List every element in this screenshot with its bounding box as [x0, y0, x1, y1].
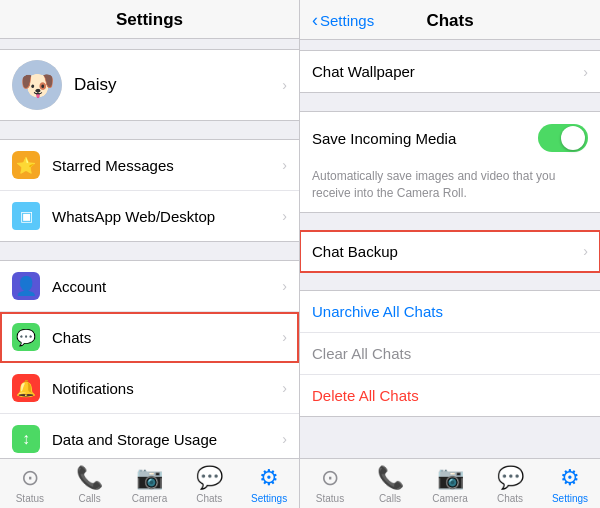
starred-label: Starred Messages [52, 157, 282, 174]
tab-calls-left[interactable]: 📞 Calls [70, 465, 110, 504]
wallpaper-row[interactable]: Chat Wallpaper › [300, 51, 600, 92]
save-media-toggle[interactable] [538, 124, 588, 152]
starred-chevron: › [282, 157, 287, 173]
notif-icon: 🔔 [12, 374, 40, 402]
profile-row[interactable]: 🐶 Daisy › [0, 49, 299, 121]
left-panel: Settings 🐶 Daisy › ⭐ Starred Messages › … [0, 0, 300, 508]
left-tab-bar: ⊙ Status 📞 Calls 📷 Camera 💬 Chats ⚙ Sett… [0, 458, 299, 508]
settings-list: 🐶 Daisy › ⭐ Starred Messages › ▣ WhatsAp… [0, 39, 299, 458]
right-panel: ‹ Settings Chats Chat Wallpaper › Save I… [300, 0, 600, 508]
unarchive-row[interactable]: Unarchive All Chats [300, 291, 600, 333]
status-tab-icon: ⊙ [21, 465, 39, 491]
avatar-image: 🐶 [12, 60, 62, 110]
sidebar-item-chats[interactable]: 💬 Chats › [0, 312, 299, 363]
unarchive-label: Unarchive All Chats [312, 303, 443, 320]
chats-tab-icon: 💬 [196, 465, 223, 491]
tab-camera-left[interactable]: 📷 Camera [129, 465, 169, 504]
data-icon: ↕ [12, 425, 40, 453]
right-list: Chat Wallpaper › Save Incoming Media Aut… [300, 40, 600, 458]
profile-name: Daisy [74, 75, 282, 95]
tab-status-right[interactable]: ⊙ Status [310, 465, 350, 504]
delete-label: Delete All Chats [312, 387, 419, 404]
toggle-knob [561, 126, 585, 150]
account-label: Account [52, 278, 282, 295]
wallpaper-section: Chat Wallpaper › [300, 50, 600, 93]
data-label: Data and Storage Usage [52, 431, 282, 448]
action-section: Unarchive All Chats Clear All Chats Dele… [300, 290, 600, 417]
camera-tab-label-right: Camera [432, 493, 468, 504]
chats-icon: 💬 [12, 323, 40, 351]
chats-label: Chats [52, 329, 282, 346]
notifications-chevron: › [282, 380, 287, 396]
delete-row[interactable]: Delete All Chats [300, 375, 600, 416]
backup-row[interactable]: Chat Backup › [300, 231, 600, 272]
sidebar-item-starred[interactable]: ⭐ Starred Messages › [0, 140, 299, 191]
settings-tab-label: Settings [251, 493, 287, 504]
whatsappweb-chevron: › [282, 208, 287, 224]
clear-row[interactable]: Clear All Chats [300, 333, 600, 375]
notifications-label: Notifications [52, 380, 282, 397]
left-title: Settings [0, 10, 299, 30]
wallpaper-label: Chat Wallpaper [312, 63, 583, 80]
section-group-2: 👤 Account › 💬 Chats › 🔔 Notifications › … [0, 260, 299, 458]
calls-tab-label: Calls [79, 493, 101, 504]
chats-tab-label-right: Chats [497, 493, 523, 504]
sidebar-item-account[interactable]: 👤 Account › [0, 261, 299, 312]
chats-tab-label: Chats [196, 493, 222, 504]
settings-tab-label-right: Settings [552, 493, 588, 504]
tab-status-left[interactable]: ⊙ Status [10, 465, 50, 504]
sidebar-item-notifications[interactable]: 🔔 Notifications › [0, 363, 299, 414]
tab-chats-right[interactable]: 💬 Chats [490, 465, 530, 504]
save-media-description: Automatically save images and video that… [300, 164, 600, 213]
tab-calls-right[interactable]: 📞 Calls [370, 465, 410, 504]
status-tab-label-right: Status [316, 493, 344, 504]
right-tab-bar: ⊙ Status 📞 Calls 📷 Camera 💬 Chats ⚙ Sett… [300, 458, 600, 508]
wallpaper-chevron: › [583, 64, 588, 80]
tab-camera-right[interactable]: 📷 Camera [430, 465, 470, 504]
section-group-1: ⭐ Starred Messages › ▣ WhatsApp Web/Desk… [0, 139, 299, 242]
avatar: 🐶 [12, 60, 62, 110]
backup-chevron: › [583, 243, 588, 259]
tab-settings-left[interactable]: ⚙ Settings [249, 465, 289, 504]
settings-tab-icon: ⚙ [259, 465, 279, 491]
chats-chevron: › [282, 329, 287, 345]
profile-chevron: › [282, 77, 287, 93]
backup-label: Chat Backup [312, 243, 583, 260]
camera-tab-icon: 📷 [136, 465, 163, 491]
back-chevron-icon: ‹ [312, 10, 318, 31]
status-tab-label: Status [16, 493, 44, 504]
status-tab-icon-right: ⊙ [321, 465, 339, 491]
back-button[interactable]: ‹ Settings [312, 10, 374, 31]
data-chevron: › [282, 431, 287, 447]
star-icon: ⭐ [12, 151, 40, 179]
calls-tab-label-right: Calls [379, 493, 401, 504]
save-media-label: Save Incoming Media [312, 130, 538, 147]
tab-chats-left[interactable]: 💬 Chats [189, 465, 229, 504]
sidebar-item-whatsappweb[interactable]: ▣ WhatsApp Web/Desktop › [0, 191, 299, 241]
calls-tab-icon: 📞 [76, 465, 103, 491]
right-title: Chats [426, 11, 473, 31]
sidebar-item-data[interactable]: ↕ Data and Storage Usage › [0, 414, 299, 458]
camera-tab-label: Camera [132, 493, 168, 504]
chats-tab-icon-right: 💬 [497, 465, 524, 491]
settings-tab-icon-right: ⚙ [560, 465, 580, 491]
calls-tab-icon-right: 📞 [377, 465, 404, 491]
tab-settings-right[interactable]: ⚙ Settings [550, 465, 590, 504]
backup-row-inner[interactable]: Chat Backup › [300, 231, 600, 272]
whatsappweb-label: WhatsApp Web/Desktop [52, 208, 282, 225]
back-label: Settings [320, 12, 374, 29]
right-header: ‹ Settings Chats [300, 0, 600, 40]
desktop-icon: ▣ [12, 202, 40, 230]
account-icon: 👤 [12, 272, 40, 300]
camera-tab-icon-right: 📷 [437, 465, 464, 491]
save-media-section: Save Incoming Media Automatically save i… [300, 111, 600, 213]
save-media-row: Save Incoming Media [300, 111, 600, 164]
left-header: Settings [0, 0, 299, 39]
backup-section: Chat Backup › [300, 231, 600, 272]
clear-label: Clear All Chats [312, 345, 411, 362]
account-chevron: › [282, 278, 287, 294]
